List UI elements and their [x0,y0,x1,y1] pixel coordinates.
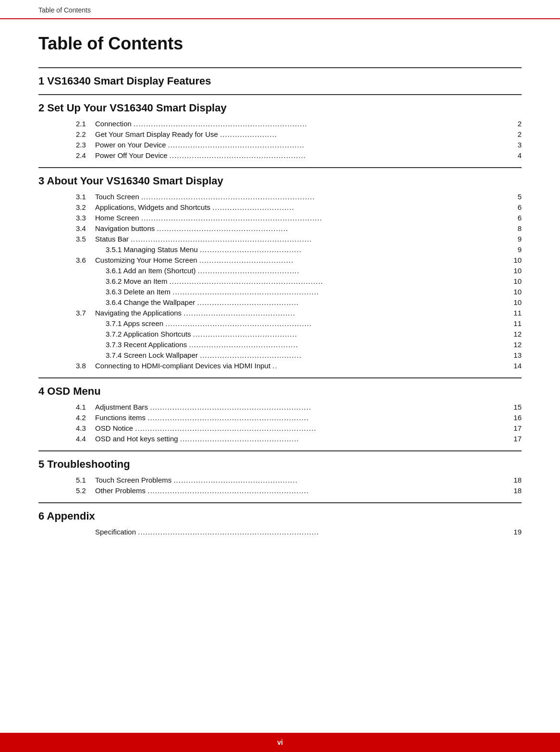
entry-page: 12 [510,330,522,338]
entry-num: 3.2 [76,203,95,211]
toc-entry-3-1: 3.1 Touch Screen .......................… [38,191,522,202]
divider-s5 [38,450,522,451]
entry-label: Power on Your Device ...................… [95,141,510,149]
toc-entry-3-6-2: 3.6.2 Move an Item .....................… [38,276,522,286]
page-header: Table of Contents [0,0,560,19]
entry-page: 17 [510,435,522,443]
entry-label: 3.6.1 Add an Item (Shortcut) ...........… [106,267,510,275]
entry-num: 5.1 [76,476,95,484]
toc-entry-3-7-1: 3.7.1 Apps screen ......................… [38,318,522,328]
toc-entry-3-3: 3.3 Home Screen ........................… [38,212,522,223]
entry-page: 4 [510,151,522,159]
entry-label: Power Off Your Device ..................… [95,151,510,159]
entry-page: 16 [510,413,522,422]
entry-page: 12 [510,340,522,349]
divider-s6 [38,502,522,503]
toc-entry-2-4: 2.4 Power Off Your Device ..............… [38,150,522,160]
entry-num: 3.8 [76,362,95,370]
section-1-heading: 1 VS16340 Smart Display Features [38,73,522,87]
entry-label: 3.6.2 Move an Item .....................… [106,277,510,285]
toc-entry-3-7-4: 3.7.4 Screen Lock Wallpaper ............… [38,350,522,360]
entry-page: 10 [510,267,522,275]
page-title: Table of Contents [38,34,522,54]
entry-label: Navigating the Applications ............… [95,309,510,317]
entry-label: 3.7.2 Application Shortcuts ............… [106,330,510,338]
entry-label: Adjustment Bars ........................… [95,403,510,411]
entry-page: 6 [510,214,522,222]
entry-page: 3 [510,141,522,149]
entry-label: Customizing Your Home Screen ...........… [95,256,510,264]
entry-num: 2.1 [76,120,95,128]
entry-label: OSD Notice .............................… [95,424,510,432]
toc-entry-3-8: 3.8 Connecting to HDMI-compliant Devices… [38,360,522,371]
toc-entry-5-2: 5.2 Other Problems .....................… [38,485,522,496]
toc-entry-3-6-3: 3.6.3 Delete an Item ...................… [38,286,522,297]
entry-label: 3.5.1 Managing Status Menu .............… [106,245,510,254]
toc-entry-4-2: 4.2 Functions items ....................… [38,412,522,423]
toc-entry-2-3: 2.3 Power on Your Device ...............… [38,139,522,150]
toc-entry-4-4: 4.4 OSD and Hot keys setting ...........… [38,433,522,444]
entry-label: Touch Screen Problems ..................… [95,476,510,484]
page-footer: vi [0,733,560,752]
entry-page: 11 [510,309,522,317]
section-2-heading: 2 Set Up Your VS16340 Smart Display [38,100,522,114]
entry-label: 3.7.4 Screen Lock Wallpaper ............… [106,351,510,359]
entry-page: 10 [510,298,522,306]
toc-entry-3-5: 3.5 Status Bar .........................… [38,233,522,244]
entry-num: 4.1 [76,403,95,411]
entry-num: 4.2 [76,413,95,422]
entry-num: 2.4 [76,151,95,159]
divider-s2 [38,94,522,95]
section-6-heading: 6 Appendix [38,508,522,522]
entry-num: 5.2 [76,486,95,495]
entry-label: Touch Screen ...........................… [95,193,510,201]
entry-label: Specification ..........................… [95,528,510,536]
entry-page: 6 [510,203,522,211]
entry-num: 3.1 [76,193,95,201]
entry-page: 19 [510,528,522,536]
toc-entry-3-6-4: 3.6.4 Change the Wallpaper .............… [38,297,522,307]
entry-num: 2.3 [76,141,95,149]
section-3-heading: 3 About Your VS16340 Smart Display [38,173,522,187]
entry-label: Connecting to HDMI-compliant Devices via… [95,362,510,370]
main-content: Table of Contents 1 VS16340 Smart Displa… [0,19,560,572]
entry-page: 10 [510,288,522,296]
toc-entry-3-7: 3.7 Navigating the Applications ........… [38,307,522,318]
section-2: 2 Set Up Your VS16340 Smart Display 2.1 … [38,100,522,160]
toc-entry-3-6-1: 3.6.1 Add an Item (Shortcut) ...........… [38,265,522,276]
entry-label: 3.7.1 Apps screen ......................… [106,319,510,327]
entry-page: 9 [510,235,522,243]
entry-page: 18 [510,486,522,495]
section-1: 1 VS16340 Smart Display Features [38,73,522,87]
section-6: 6 Appendix Specification ...............… [38,508,522,537]
entry-page: 15 [510,403,522,411]
entry-num: 3.3 [76,214,95,222]
entry-page: 14 [510,362,522,370]
entry-page: 10 [510,277,522,285]
section-5-heading: 5 Troubleshooting [38,456,522,471]
entry-num: 3.7 [76,309,95,317]
entry-label: Connection .............................… [95,120,510,128]
entry-page: 18 [510,476,522,484]
entry-page: 17 [510,424,522,432]
toc-entry-4-1: 4.1 Adjustment Bars ....................… [38,401,522,412]
entry-num: 3.6 [76,256,95,264]
header-text: Table of Contents [38,6,91,14]
section-3: 3 About Your VS16340 Smart Display 3.1 T… [38,173,522,371]
divider-s4 [38,377,522,378]
section-4: 4 OSD Menu 4.1 Adjustment Bars .........… [38,383,522,444]
entry-label: Status Bar .............................… [95,235,510,243]
entry-num: 4.3 [76,424,95,432]
toc-entry-spec: Specification ..........................… [38,526,522,537]
entry-num: 3.5 [76,235,95,243]
divider-s3 [38,167,522,168]
entry-page: 13 [510,351,522,359]
section-5: 5 Troubleshooting 5.1 Touch Screen Probl… [38,456,522,496]
toc-entry-3-7-2: 3.7.2 Application Shortcuts ............… [38,328,522,339]
toc-entry-3-2: 3.2 Applications, Widgets and Shortcuts … [38,202,522,212]
entry-page: 10 [510,256,522,264]
entry-label: 3.7.3 Recent Applications ..............… [106,340,510,349]
entry-num: 4.4 [76,435,95,443]
entry-page: 8 [510,224,522,232]
entry-label: OSD and Hot keys setting ...............… [95,435,510,443]
